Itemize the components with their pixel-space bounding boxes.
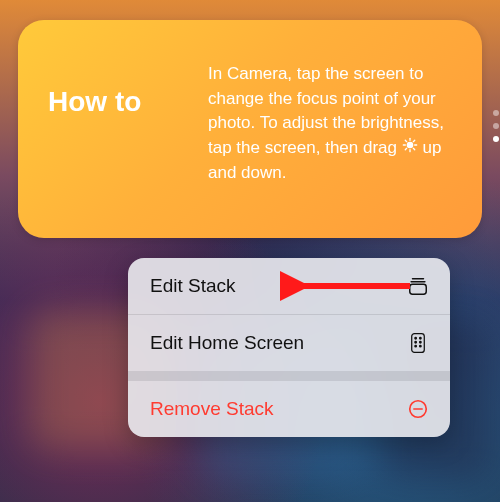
svg-line-8 — [413, 140, 414, 141]
widget-title: How to — [48, 44, 208, 214]
menu-item-edit-home-screen[interactable]: Edit Home Screen — [128, 315, 450, 371]
widget-pagination-dots[interactable] — [493, 110, 499, 142]
menu-item-label: Edit Home Screen — [150, 332, 304, 354]
svg-rect-12 — [412, 334, 425, 353]
widget-body: In Camera, tap the screen to change the … — [208, 44, 456, 214]
svg-point-18 — [420, 345, 422, 347]
svg-point-14 — [420, 338, 422, 340]
page-dot[interactable] — [493, 110, 499, 116]
menu-item-label: Edit Stack — [150, 275, 236, 297]
menu-item-edit-stack[interactable]: Edit Stack — [128, 258, 450, 314]
page-dot-active[interactable] — [493, 136, 499, 142]
apps-icon — [406, 331, 430, 355]
menu-item-remove-stack[interactable]: Remove Stack — [128, 381, 450, 437]
menu-item-label: Remove Stack — [150, 398, 274, 420]
stack-icon — [406, 274, 430, 298]
svg-rect-11 — [410, 284, 427, 294]
svg-point-0 — [407, 142, 412, 147]
tips-widget[interactable]: How to In Camera, tap the screen to chan… — [18, 20, 482, 238]
svg-point-17 — [415, 345, 417, 347]
sun-icon — [402, 136, 418, 161]
svg-point-13 — [415, 338, 417, 340]
minus-circle-icon — [406, 397, 430, 421]
svg-line-5 — [405, 140, 406, 141]
svg-point-15 — [415, 341, 417, 343]
menu-separator-strong — [128, 371, 450, 381]
page-dot[interactable] — [493, 123, 499, 129]
svg-line-6 — [413, 148, 414, 149]
svg-point-16 — [420, 341, 422, 343]
svg-line-7 — [405, 148, 406, 149]
context-menu: Edit Stack Edit Home Screen Remove Stack — [128, 258, 450, 437]
